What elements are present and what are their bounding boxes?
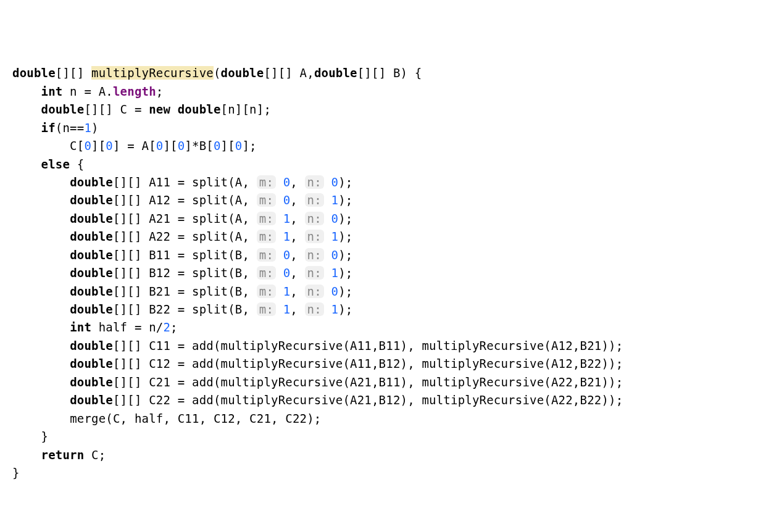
indent <box>12 85 41 98</box>
field-length: length <box>113 85 156 98</box>
text: ); <box>338 212 352 225</box>
param-hint-m: m: <box>257 248 276 262</box>
param-hint-n: n: <box>305 285 324 298</box>
number-literal: 1 <box>276 285 290 298</box>
code-line-close-else: } <box>12 428 746 446</box>
code-line-1: double[][] multiplyRecursive(double[][] … <box>12 64 746 82</box>
text: [][] A22 = split(A, <box>113 230 257 243</box>
keyword-double: double <box>70 212 113 225</box>
code-line-split-a12: double[][] A12 = split(A, m: 0, n: 1); <box>12 191 746 209</box>
param-hint-m: m: <box>257 230 276 243</box>
number-literal: 1 <box>84 121 91 135</box>
text: } <box>12 466 20 480</box>
keyword-double: double <box>41 102 85 116</box>
indent <box>12 412 70 425</box>
text: ); <box>338 175 352 189</box>
text: ][ <box>91 139 106 152</box>
text: (n== <box>56 121 85 135</box>
indent <box>12 320 70 334</box>
param-hint-n: n: <box>305 302 324 316</box>
text: [][] C = <box>84 102 149 116</box>
param-hint-m: m: <box>257 212 276 225</box>
number-literal: 0 <box>276 266 290 280</box>
keyword-int: int <box>41 85 63 98</box>
code-line-split-b21: double[][] B21 = split(B, m: 1, n: 0); <box>12 283 746 301</box>
text: [][] B22 = split(B, <box>113 302 257 316</box>
text: C[ <box>12 139 84 152</box>
indent <box>12 157 41 171</box>
param-hint-m: m: <box>257 302 276 316</box>
code-line-close-method: } <box>12 464 746 482</box>
code-line-half: int half = n/2; <box>12 318 746 336</box>
text: [][] A, <box>264 66 314 80</box>
text: { <box>70 157 84 171</box>
param-hint-n: n: <box>305 266 324 280</box>
indent <box>12 248 70 262</box>
indent <box>12 102 41 116</box>
text: [n][n]; <box>221 102 271 116</box>
number-literal: 0 <box>235 139 243 152</box>
text: [][] <box>56 66 91 80</box>
indent <box>12 375 70 389</box>
text: , <box>290 266 304 280</box>
keyword-double: double <box>314 66 357 80</box>
number-literal: 1 <box>324 230 338 243</box>
number-literal: 0 <box>324 285 338 298</box>
param-hint-m: m: <box>257 193 276 207</box>
number-literal: 0 <box>276 175 290 189</box>
code-line-3: int n = A.length; <box>12 83 746 101</box>
keyword-double: double <box>70 285 113 298</box>
number-literal: 0 <box>324 175 338 189</box>
code-line-4: double[][] C = new double[n][n]; <box>12 101 746 118</box>
text: ][ <box>221 139 235 152</box>
number-literal: 0 <box>276 248 290 262</box>
text: ][ <box>163 139 177 152</box>
keyword-double: double <box>70 175 113 189</box>
indent <box>12 302 70 316</box>
param-hint-m: m: <box>257 175 276 189</box>
code-line-7: else { <box>12 156 746 173</box>
number-literal: 0 <box>178 139 185 152</box>
keyword-double: double <box>70 193 113 207</box>
param-hint-n: n: <box>305 248 324 262</box>
keyword-double: double <box>70 375 113 389</box>
text: [][] C22 = add(multiplyRecursive(A21,B12… <box>113 393 623 407</box>
indent <box>12 285 70 298</box>
text: ; <box>156 85 164 98</box>
code-line-split-a22: double[][] A22 = split(A, m: 1, n: 1); <box>12 228 746 246</box>
code-line-split-a21: double[][] A21 = split(A, m: 1, n: 0); <box>12 210 746 228</box>
code-line-split-b12: double[][] B12 = split(B, m: 0, n: 1); <box>12 264 746 282</box>
code-line-5: if(n==1) <box>12 119 746 137</box>
text: [][] C12 = add(multiplyRecursive(A11,B12… <box>113 357 623 370</box>
text: [][] B11 = split(B, <box>113 248 257 262</box>
param-hint-n: n: <box>305 212 324 225</box>
text: , <box>290 248 304 262</box>
indent <box>12 121 41 135</box>
text: [][] B) { <box>357 66 422 80</box>
text: [][] C21 = add(multiplyRecursive(A21,B11… <box>113 375 623 389</box>
code-line-split-b11: double[][] B11 = split(B, m: 0, n: 0); <box>12 246 746 264</box>
param-hint-n: n: <box>305 193 324 207</box>
text: ); <box>338 230 352 243</box>
keyword-double: double <box>70 302 113 316</box>
text: ]*B[ <box>185 139 214 152</box>
number-literal: 1 <box>324 193 338 207</box>
param-hint-n: n: <box>305 230 324 243</box>
number-literal: 1 <box>324 266 338 280</box>
number-literal: 0 <box>324 212 338 225</box>
number-literal: 1 <box>324 302 338 316</box>
code-line-c22: double[][] C22 = add(multiplyRecursive(A… <box>12 391 746 409</box>
code-line-c21: double[][] C21 = add(multiplyRecursive(A… <box>12 373 746 391</box>
keyword-new-double: new double <box>149 102 220 116</box>
keyword-int: int <box>70 320 91 334</box>
text: , <box>290 230 304 243</box>
code-line-c11: double[][] C11 = add(multiplyRecursive(A… <box>12 337 746 355</box>
method-name-highlighted: multiplyRecursive <box>91 66 214 80</box>
code-line-6: C[0][0] = A[0][0]*B[0][0]; <box>12 137 746 155</box>
number-literal: 1 <box>276 302 290 316</box>
indent <box>12 175 70 189</box>
text: , <box>290 302 304 316</box>
indent <box>12 393 70 407</box>
number-literal: 0 <box>324 248 338 262</box>
indent <box>12 430 41 443</box>
